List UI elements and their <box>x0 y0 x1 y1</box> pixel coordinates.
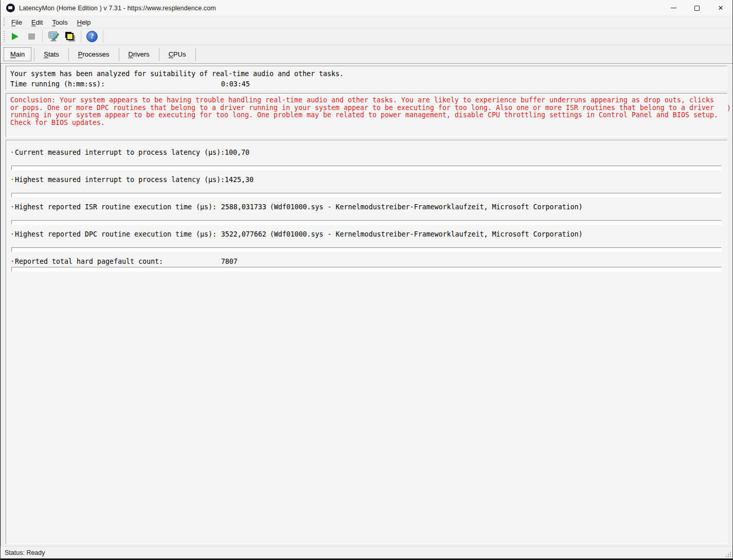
help-button[interactable]: ? <box>85 30 99 43</box>
menu-bar: File Edit Tools Help <box>1 16 732 28</box>
tab-separator <box>34 48 34 61</box>
tab-separator <box>159 48 159 61</box>
toolbar-gripper[interactable] <box>4 31 5 42</box>
report-button[interactable] <box>63 30 77 43</box>
stat-value: 7807 <box>221 258 270 266</box>
menubar-gripper[interactable] <box>4 18 5 26</box>
tab-drivers[interactable]: Drivers <box>122 47 156 61</box>
stat-bullet: · <box>10 258 15 266</box>
maximize-button[interactable] <box>685 0 709 16</box>
latency-progress-bar <box>11 193 722 197</box>
close-icon: ✕ <box>718 5 724 11</box>
stat-value: 100,70 <box>225 149 273 157</box>
stat-group-dpc-time: · Highest reported DPC routine execution… <box>10 230 724 252</box>
stat-label: Highest reported DPC routine execution t… <box>15 230 221 239</box>
tab-separator <box>119 48 119 61</box>
stop-monitor-button[interactable] <box>24 30 39 43</box>
window-title: LatencyMon (Home Edition ) v 7.31 - http… <box>19 5 216 12</box>
latency-progress-bar <box>11 247 722 252</box>
latencymon-window: LatencyMon (Home Edition ) v 7.31 - http… <box>0 0 733 560</box>
toolbar-separator <box>81 30 81 43</box>
tab-cpus[interactable]: CPUs <box>162 47 193 61</box>
options-icon <box>47 30 60 43</box>
start-monitor-icon <box>12 33 19 40</box>
analysis-summary-text: Your system has been analyzed for suitab… <box>10 69 723 79</box>
options-button[interactable] <box>46 30 61 43</box>
tab-stats[interactable]: Stats <box>37 47 66 61</box>
tab-main[interactable]: Main <box>4 47 31 61</box>
stat-bullet: · <box>10 149 15 157</box>
status-text: Status: Ready <box>5 549 45 556</box>
title-bar[interactable]: LatencyMon (Home Edition ) v 7.31 - http… <box>1 0 732 16</box>
stat-value: 2588,031733 <box>221 203 270 211</box>
status-bar: Status: Ready <box>1 546 732 558</box>
measurements-panel: · Current measured interrupt to process … <box>6 140 727 544</box>
help-icon: ? <box>86 31 98 42</box>
stat-detail: (Wdf01000.sys - Kernelmodustreiber-Frame… <box>270 230 582 239</box>
tab-processes[interactable]: Processes <box>71 47 116 61</box>
menu-help[interactable]: Help <box>72 17 96 27</box>
menu-file[interactable]: File <box>7 17 27 27</box>
maximize-icon <box>694 6 700 11</box>
stat-detail: (Wdf01000.sys - Kernelmodustreiber-Frame… <box>270 203 582 211</box>
latency-progress-bar <box>11 220 722 225</box>
toolbar-separator <box>103 30 103 43</box>
latency-progress-bar <box>11 166 722 170</box>
stat-bullet: · <box>10 230 15 239</box>
stat-bullet: · <box>10 176 15 184</box>
stat-label: Highest measured interrupt to process la… <box>15 176 225 184</box>
report-icon <box>64 30 76 43</box>
close-button[interactable]: ✕ <box>709 0 732 16</box>
caption-buttons: ✕ <box>662 0 732 16</box>
time-running-label: Time running (h:mm:ss): <box>10 79 221 89</box>
app-icon <box>6 4 15 12</box>
clipped-overflow-char: ) <box>727 104 731 112</box>
stat-group-current-latency: · Current measured interrupt to process … <box>10 149 724 170</box>
stat-value: 1425,30 <box>225 176 273 184</box>
minimize-button[interactable] <box>662 0 685 16</box>
latency-progress-bar <box>11 267 722 272</box>
toolbar-separator <box>42 30 43 43</box>
minimize-icon <box>671 8 676 8</box>
main-tab-page: Your system has been analyzed for suitab… <box>1 64 732 546</box>
tab-bar: Main Stats Processes Drivers CPUs <box>1 45 732 64</box>
time-running-value: 0:03:45 <box>221 79 250 89</box>
conclusion-text: Conclusion: Your system appears to be ha… <box>10 97 723 127</box>
stat-label: Reported total hard pagefault count: <box>15 258 221 266</box>
stat-label: Highest reported ISR routine execution t… <box>15 203 221 211</box>
stat-group-highest-latency: · Highest measured interrupt to process … <box>10 176 724 197</box>
stat-group-isr-time: · Highest reported ISR routine execution… <box>10 203 724 225</box>
resize-grip[interactable] <box>724 550 731 557</box>
tab-separator <box>68 48 69 61</box>
tab-separator <box>195 48 196 61</box>
menu-edit[interactable]: Edit <box>27 17 47 27</box>
conclusion-panel: Conclusion: Your system appears to be ha… <box>6 93 727 137</box>
start-monitor-button[interactable] <box>8 30 22 43</box>
menu-tools[interactable]: Tools <box>47 17 72 27</box>
analysis-info-panel: Your system has been analyzed for suitab… <box>6 66 727 90</box>
stop-monitor-icon <box>28 33 35 40</box>
tool-bar: ? <box>1 28 732 45</box>
stat-group-pagefaults: · Reported total hard pagefault count: 7… <box>10 258 724 272</box>
stat-label: Current measured interrupt to process la… <box>15 149 225 157</box>
stat-bullet: · <box>10 203 15 211</box>
stat-value: 3522,077662 <box>221 230 270 239</box>
